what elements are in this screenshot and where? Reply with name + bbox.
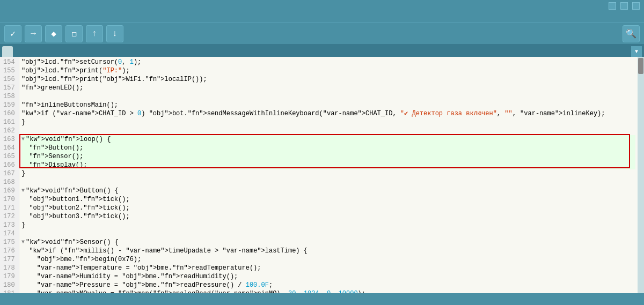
line-numbers: 1541551561571581591601611621631641651661… bbox=[0, 57, 19, 293]
line-number: 176 bbox=[3, 247, 16, 255]
window-controls bbox=[609, 2, 640, 10]
menu-bar bbox=[0, 12, 644, 23]
line-number: 157 bbox=[3, 84, 16, 92]
line-number: 168 bbox=[3, 178, 16, 187]
line-number: 181 bbox=[3, 289, 16, 293]
minimize-button[interactable] bbox=[609, 2, 616, 10]
tab-bar: ▼ bbox=[0, 44, 644, 57]
maximize-button[interactable] bbox=[620, 2, 628, 10]
code-line: "obj">lcd."fn">print("obj">WiFi."fn">loc… bbox=[21, 75, 635, 84]
code-line bbox=[21, 229, 635, 238]
upload-button[interactable]: → bbox=[25, 25, 42, 42]
search-button[interactable]: 🔍 bbox=[623, 25, 640, 42]
line-number: 179 bbox=[3, 272, 16, 281]
code-line: "obj">button3."fn">tick(); bbox=[21, 212, 635, 221]
editor-container: 1541551561571581591601611621631641651661… bbox=[0, 57, 644, 293]
line-number: 178 bbox=[3, 264, 16, 272]
toolbar: ✓ → ◆ ◻ ↑ ↓ 🔍 bbox=[0, 23, 644, 44]
code-line: ▼"kw">void "fn">Sensor() { bbox=[21, 238, 635, 247]
line-number: 173 bbox=[3, 221, 16, 229]
line-number: 161 bbox=[3, 118, 16, 127]
code-line bbox=[21, 178, 635, 187]
line-number: 164 bbox=[3, 144, 16, 152]
line-number: 162 bbox=[3, 127, 16, 135]
code-line: } bbox=[21, 221, 635, 229]
line-number: 158 bbox=[3, 92, 16, 101]
code-line: "var-name">Pressure = "obj">bme."fn">rea… bbox=[21, 281, 635, 289]
line-number: 155 bbox=[3, 66, 16, 75]
code-line: "fn">inlineButtonsMain(); bbox=[21, 101, 635, 109]
code-line: "obj">lcd."fn">print("IP:"); bbox=[21, 66, 635, 75]
code-line: "var-name">Temperature = "obj">bme."fn">… bbox=[21, 264, 635, 272]
title-bar bbox=[0, 0, 644, 12]
close-button[interactable] bbox=[632, 2, 640, 10]
line-number: 177 bbox=[3, 255, 16, 264]
code-line: "kw">if ("fn">millis() - "var-name">time… bbox=[21, 247, 635, 255]
line-number: 180 bbox=[3, 281, 16, 289]
code-line: ▼"kw">void "fn">Button() { bbox=[21, 187, 635, 195]
code-line: ▼"kw">void "fn">loop() { bbox=[21, 135, 635, 144]
line-number: 166 bbox=[3, 161, 16, 169]
code-line: "fn">Sensor(); bbox=[21, 152, 635, 161]
editor-tab[interactable] bbox=[2, 46, 13, 57]
code-line: "obj">bme."fn">begin(0x76); bbox=[21, 255, 635, 264]
line-number: 159 bbox=[3, 101, 16, 109]
code-line: } bbox=[21, 118, 635, 127]
line-number: 163 bbox=[3, 135, 16, 144]
code-line bbox=[21, 127, 635, 135]
code-line: "obj">lcd."fn">setCursor(0, 1); bbox=[21, 58, 635, 66]
code-line: "obj">button1."fn">tick(); bbox=[21, 195, 635, 204]
line-number: 169 bbox=[3, 187, 16, 195]
open-button[interactable]: ↑ bbox=[86, 25, 103, 42]
code-line: "obj">button2."fn">tick(); bbox=[21, 204, 635, 212]
line-number: 175 bbox=[3, 238, 16, 247]
line-number: 165 bbox=[3, 152, 16, 161]
scrollbar-thumb[interactable] bbox=[638, 58, 643, 74]
code-line: "fn">Button(); bbox=[21, 144, 635, 152]
code-line: "fn">Display(); bbox=[21, 161, 635, 169]
code-line: "kw">if ("var-name">CHAT_ID > 0) "obj">b… bbox=[21, 109, 635, 118]
line-number: 160 bbox=[3, 109, 16, 118]
code-line bbox=[21, 92, 635, 101]
line-number: 171 bbox=[3, 204, 16, 212]
save-button[interactable]: ↓ bbox=[106, 25, 123, 42]
new-button[interactable]: ◻ bbox=[65, 25, 83, 42]
code-line: "fn">greenLED(); bbox=[21, 84, 635, 92]
status-bar bbox=[0, 293, 644, 305]
tab-dropdown-button[interactable]: ▼ bbox=[631, 46, 642, 57]
vertical-scrollbar[interactable] bbox=[638, 57, 644, 293]
code-line: } bbox=[21, 169, 635, 178]
code-line: "var-name">Humidity = "obj">bme."fn">rea… bbox=[21, 272, 635, 281]
verify-button[interactable]: ✓ bbox=[4, 25, 21, 42]
debug-button[interactable]: ◆ bbox=[45, 25, 62, 42]
code-content[interactable]: "obj">lcd."fn">setCursor(0, 1);"obj">lcd… bbox=[19, 57, 638, 293]
line-number: 172 bbox=[3, 212, 16, 221]
line-number: 174 bbox=[3, 229, 16, 238]
line-number: 154 bbox=[3, 58, 16, 66]
line-number: 156 bbox=[3, 75, 16, 84]
line-number: 170 bbox=[3, 195, 16, 204]
line-number: 167 bbox=[3, 169, 16, 178]
code-line: "var-name">MQvalue = "fn">map("fn">analo… bbox=[21, 289, 635, 293]
